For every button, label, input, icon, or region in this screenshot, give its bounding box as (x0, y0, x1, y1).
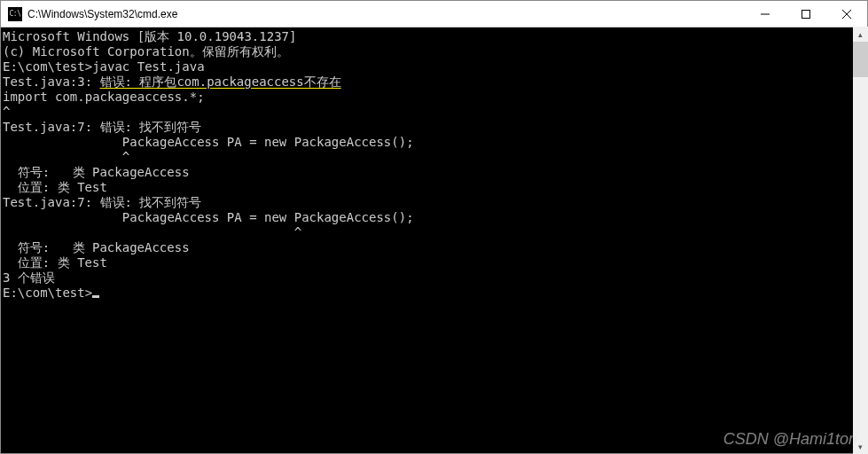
console-line: PackageAccess PA = new PackageAccess(); (3, 135, 865, 150)
error-highlight: 错误: 程序包com.packageaccess不存在 (100, 74, 341, 89)
prompt: E:\com\test> (3, 286, 92, 300)
console-line: ^ (3, 225, 865, 240)
console-line: 3 个错误 (3, 270, 865, 286)
console-line: Test.java:3: 错误: 程序包com.packageaccess不存在 (3, 74, 865, 90)
console-line: Microsoft Windows [版本 10.0.19043.1237] (3, 29, 865, 44)
cmd-window: C:\ C:\Windows\System32\cmd.exe Microsof… (0, 0, 868, 454)
console-line: 符号: 类 PackageAccess (3, 240, 865, 255)
console-line: ^ (3, 150, 865, 165)
console-area[interactable]: Microsoft Windows [版本 10.0.19043.1237] (… (1, 27, 867, 453)
console-line: import com.packageaccess.*; (3, 90, 865, 105)
command: javac Test.java (92, 59, 204, 74)
console-line: E:\com\test> (3, 286, 865, 301)
window-title: C:\Windows\System32\cmd.exe (27, 8, 745, 20)
scroll-up-arrow-icon[interactable]: ▴ (853, 27, 868, 42)
error-prefix: Test.java:3: (3, 74, 100, 89)
close-button[interactable] (826, 1, 867, 27)
svg-rect-1 (802, 10, 810, 18)
window-controls (745, 1, 867, 27)
cursor (92, 295, 99, 298)
console-line: 符号: 类 PackageAccess (3, 165, 865, 180)
console-line: PackageAccess PA = new PackageAccess(); (3, 210, 865, 225)
console-line: Test.java:7: 错误: 找不到符号 (3, 195, 865, 210)
prompt: E:\com\test> (3, 59, 92, 74)
console-line: ^ (3, 105, 865, 120)
scroll-thumb[interactable] (853, 42, 868, 77)
cmd-icon: C:\ (8, 7, 22, 21)
console-line: E:\com\test>javac Test.java (3, 59, 865, 74)
maximize-button[interactable] (786, 1, 826, 27)
minimize-button[interactable] (745, 1, 786, 27)
scroll-down-arrow-icon[interactable]: ▾ (853, 439, 868, 454)
console-line: 位置: 类 Test (3, 180, 865, 195)
vertical-scrollbar[interactable]: ▴ ▾ (853, 27, 868, 454)
console-line: 位置: 类 Test (3, 255, 865, 270)
titlebar[interactable]: C:\ C:\Windows\System32\cmd.exe (1, 1, 867, 27)
console-line: Test.java:7: 错误: 找不到符号 (3, 120, 865, 135)
console-line: (c) Microsoft Corporation。保留所有权利。 (3, 44, 865, 59)
